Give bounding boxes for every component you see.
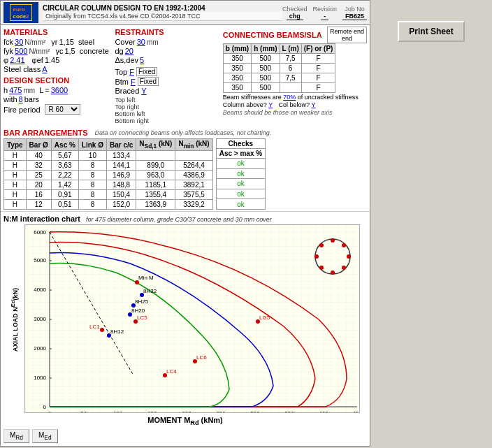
svg-text:6000: 6000	[34, 229, 46, 236]
svg-point-29	[331, 238, 335, 243]
svg-text:8H20: 8H20	[131, 308, 145, 314]
conn-cell-h-1: 500	[252, 64, 280, 73]
svg-point-30	[331, 270, 335, 275]
materials-section: MATERIALS fck 30 N/mm² γr 1,15 steel fyk…	[1, 25, 112, 126]
revision-value: -	[321, 13, 328, 20]
svg-text:150: 150	[147, 410, 157, 413]
bar-cell-cc-1: 144,1	[106, 161, 136, 171]
col-bar: Bar Ø	[26, 139, 51, 151]
braced-value[interactable]: Y	[141, 87, 146, 95]
col-nsd: NSd,1 (kN)	[136, 139, 175, 151]
interaction-chart: 0 1000 2000 3000 4000 5000 6000	[24, 224, 360, 413]
bar-cell-nsd-0	[136, 151, 175, 161]
h-row: h 475 mm L = 3600	[3, 86, 109, 94]
dg-row: dg 20	[115, 47, 217, 55]
svg-text:0: 0	[43, 404, 47, 410]
fck-unit: N/mm²	[24, 38, 45, 46]
x-axis-label: MOMENT MRd (kNm)	[3, 416, 367, 426]
conn-row: 3505006F	[223, 64, 335, 73]
bar-cell-link-2: 8	[78, 171, 106, 180]
l-label: L	[39, 86, 43, 94]
top-label: Top	[115, 68, 127, 76]
mrd-button[interactable]: MRd	[3, 429, 29, 443]
stiffness-row: Beam stiffnesses are 70% of uncracked st…	[223, 94, 367, 101]
svg-text:400: 400	[319, 410, 328, 413]
col-link: Link Ø	[78, 139, 106, 151]
bar-cell-asc-1: 3,63	[51, 161, 78, 171]
bar-cell-cc-0: 133,4	[106, 151, 136, 161]
bar-cell-bar-0: 40	[26, 151, 51, 161]
stiffness-pct[interactable]: 70%	[283, 94, 296, 101]
bar-cell-bar-5: 12	[26, 200, 51, 210]
bar-cell-nsd-2: 963,0	[136, 171, 175, 180]
col-above-label: Column above?	[223, 101, 267, 108]
app-header: euro code2 CIRCULAR COLUMN DESIGN TO EN …	[1, 1, 370, 25]
med-button[interactable]: MEd	[32, 429, 58, 443]
bar-cell-asc-0: 5,67	[51, 151, 78, 161]
top-right-label: Top right	[115, 103, 217, 110]
col-below-y[interactable]: Y	[311, 101, 315, 108]
l-eq: =	[45, 86, 49, 94]
svg-text:8H12: 8H12	[110, 328, 124, 335]
conn-cell-fp-0: F	[301, 54, 335, 64]
steel-class-label: Steel class	[3, 65, 41, 73]
svg-text:0: 0	[48, 410, 52, 413]
bar-cell-type-5: H	[4, 200, 27, 210]
delta-label: Δs,dev	[115, 56, 138, 64]
bar-cell-bar-4: 16	[26, 190, 51, 200]
svg-point-34	[342, 243, 346, 247]
bar-cell-cc-3: 148,8	[106, 180, 136, 190]
fck-value[interactable]: 30	[15, 38, 23, 46]
delta-value[interactable]: 5	[140, 56, 144, 64]
phief-value: 1.45	[45, 56, 59, 64]
phi-value[interactable]: 2.41	[10, 56, 24, 64]
conn-cell-h-2: 500	[252, 73, 280, 83]
logo: euro code2	[3, 2, 38, 23]
chart-area: N:M interaction chart for 475 diameter c…	[1, 211, 370, 446]
svg-text:LC1: LC1	[89, 324, 100, 330]
bar-cell-nsd-1: 899,0	[136, 161, 175, 171]
bar-cell-type-2: H	[4, 171, 27, 180]
col-asc: Asc %	[51, 139, 78, 151]
steel-class-value[interactable]: A	[42, 65, 47, 73]
bar-cell-nmin-2: 4386,9	[175, 171, 212, 180]
bar-cell-cc-5: 152,0	[106, 200, 136, 210]
fyk-value[interactable]: 500	[15, 47, 27, 55]
check-cell-4: ok	[216, 199, 265, 210]
btm-value[interactable]: F	[131, 78, 136, 86]
cover-unit: mm	[147, 38, 159, 46]
check-row: ok	[216, 168, 265, 179]
h-value[interactable]: 475	[9, 86, 22, 94]
bar-row: H120,518152,01363,93329,2	[4, 200, 213, 210]
top-value[interactable]: F	[129, 68, 134, 76]
data-note: Data on connecting beams only affects lo…	[95, 129, 272, 136]
bar-cell-asc-5: 0,51	[51, 200, 78, 210]
col-above-row: Column above? Y Col below? Y	[223, 101, 367, 108]
phief-label: φef	[32, 56, 43, 64]
col-above-y[interactable]: Y	[268, 101, 273, 108]
header-meta: Checked chg Revision - Job No FB625	[282, 6, 367, 20]
dg-label: dg	[115, 47, 123, 55]
dg-value[interactable]: 20	[125, 47, 133, 55]
bars-value[interactable]: 8	[19, 95, 23, 103]
bar-cell-nmin-5: 3329,2	[175, 200, 212, 210]
top-sections: MATERIALS fck 30 N/mm² γr 1,15 steel fyk…	[1, 25, 370, 126]
check-cell-1: ok	[216, 168, 265, 179]
chart-title: N:M interaction chart	[3, 215, 80, 223]
col-b: b (mm)	[223, 44, 251, 54]
fire-label: Fire period	[3, 106, 41, 114]
fire-period-select[interactable]: R 60 R 30 R 90 R 120	[45, 104, 80, 115]
print-sheet-button[interactable]: Print Sheet	[398, 21, 464, 42]
bar-cell-nmin-1: 5264,4	[175, 161, 212, 171]
col-h: h (mm)	[252, 44, 280, 54]
svg-point-35	[319, 266, 324, 270]
braced-label: Braced	[115, 87, 139, 95]
conn-cell-h-3: 500	[252, 83, 280, 93]
conn-cell-L-1: 6	[280, 64, 301, 73]
conn-cell-b-2: 350	[223, 73, 251, 83]
chart-subtitle: for 475 diameter column, grade C30/37 co…	[86, 216, 272, 223]
main-title: CIRCULAR COLUMN DESIGN TO EN 1992-1:2004	[43, 4, 282, 12]
phi-row: φ 2.41 φef 1.45	[3, 56, 109, 64]
cover-value[interactable]: 30	[137, 38, 145, 46]
l-value[interactable]: 3600	[51, 86, 68, 94]
